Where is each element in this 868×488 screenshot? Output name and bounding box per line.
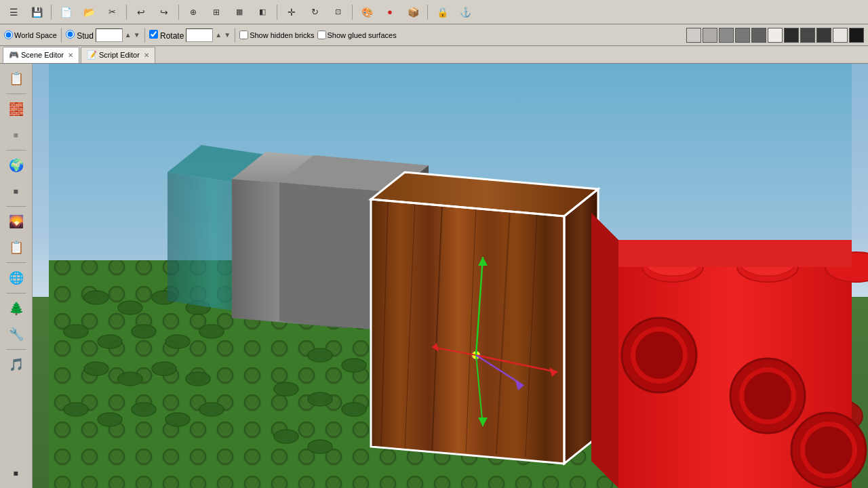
world-space-label[interactable]: World Space (4, 30, 57, 39)
cut-btn[interactable]: ✂ (101, 3, 123, 22)
rotate-tool-btn[interactable]: ↻ (304, 3, 326, 22)
rotate-down-arrow[interactable]: ▼ (224, 31, 231, 39)
lock-btn[interactable]: 🔒 (431, 3, 453, 22)
sidebar-forest-btn[interactable]: 🌲 (4, 296, 28, 321)
grid-tool-btn[interactable]: ⊞ (205, 3, 227, 22)
script-editor-tab-label: Script Editor (99, 51, 140, 59)
tab-script-editor[interactable]: 📝 Script Editor ✕ (81, 47, 155, 63)
sidebar-web-btn[interactable]: 🌐 (4, 266, 28, 290)
svg-point-20 (132, 403, 156, 416)
rotate-input[interactable]: 15 ° (186, 28, 213, 42)
swatch-off-white[interactable] (768, 28, 783, 43)
sidebar-music-btn[interactable]: 🎵 (4, 352, 28, 377)
show-glued-checkbox[interactable] (317, 30, 326, 39)
left-sidebar: 📋 🧱 ▪ 🌍 ▪ 🌄 📋 🌐 🌲 🔧 🎵 ▪ (0, 64, 33, 488)
select-tool-btn[interactable]: ⊕ (182, 3, 204, 22)
show-glued-label[interactable]: Show glued surfaces (317, 30, 397, 39)
scene-svg (33, 64, 868, 488)
move-tool-btn[interactable]: ✛ (281, 3, 302, 22)
svg-point-85 (805, 426, 852, 474)
scene-editor-icon: 🎮 (9, 50, 19, 60)
svg-point-19 (98, 413, 122, 426)
build-btn[interactable]: ◧ (252, 3, 273, 22)
new-btn[interactable]: 📄 (55, 3, 77, 22)
rotate-up-arrow[interactable]: ▲ (215, 31, 222, 39)
show-hidden-checkbox[interactable] (239, 30, 248, 39)
swatch-dark-1[interactable] (800, 28, 815, 43)
stud-radio[interactable] (66, 30, 75, 39)
sidebar-dark1-btn[interactable]: ▪ (4, 179, 28, 203)
viewport[interactable] (33, 64, 868, 488)
tsep2 (144, 28, 145, 43)
svg-point-33 (274, 382, 298, 396)
menu-bar: ☰ 💾 📄 📂 ✂ ↩ ↪ ⊕ ⊞ ▦ ◧ ✛ ↻ ⊡ 🎨 ● 📦 🔒 ⚓ (0, 0, 868, 24)
tab-scene-editor[interactable]: 🎮 Scene Editor ✕ (3, 47, 79, 63)
swatch-black[interactable] (849, 28, 864, 43)
material-btn[interactable]: ● (379, 3, 401, 22)
rotate-checkbox[interactable] (149, 30, 158, 39)
svg-point-9 (64, 325, 88, 338)
sidebar-sep5 (6, 293, 26, 293)
swatch-light-gray-2[interactable] (703, 28, 717, 43)
stud-down-arrow[interactable]: ▼ (134, 31, 140, 39)
scene-editor-tab-label: Scene Editor (21, 51, 64, 59)
sidebar-wrench-btn[interactable]: 🔧 (4, 322, 28, 346)
svg-point-12 (165, 335, 190, 348)
rotate-label-el: Rotate (149, 30, 184, 41)
swatch-gray[interactable] (735, 28, 750, 43)
redo-btn[interactable]: ↪ (153, 3, 175, 22)
coordinate-mode-group: World Space (4, 30, 57, 39)
sidebar-sep3 (6, 206, 26, 207)
stud-input[interactable]: 1 (96, 28, 123, 42)
show-glued-text: Show glued surfaces (328, 31, 397, 39)
save-btn[interactable]: 💾 (26, 3, 47, 22)
sidebar-sep2 (6, 150, 26, 150)
scale-tool-btn[interactable]: ⊡ (327, 3, 349, 22)
terrain-btn[interactable]: ▦ (229, 3, 250, 22)
swatch-dark-2[interactable] (816, 28, 831, 43)
world-space-radio[interactable] (4, 30, 13, 39)
script-editor-close[interactable]: ✕ (144, 52, 149, 59)
swatch-light-gray-1[interactable] (686, 28, 701, 43)
sidebar-landscape-btn[interactable]: 📋 (4, 235, 28, 260)
anchor-btn[interactable]: ⚓ (454, 3, 476, 22)
svg-point-34 (308, 392, 332, 406)
svg-point-11 (132, 325, 156, 338)
sidebar-sep6 (6, 349, 26, 350)
open-btn[interactable]: 📂 (78, 3, 100, 22)
world-space-text: World Space (14, 31, 57, 39)
swatch-almost-white[interactable] (833, 28, 848, 43)
stud-up-arrow[interactable]: ▲ (125, 31, 132, 39)
stud-label-el: Stud (66, 30, 94, 41)
sidebar-globe-btn[interactable]: 🌍 (4, 153, 28, 178)
sep1 (51, 5, 52, 20)
script-editor-icon: 📝 (87, 50, 97, 60)
stud-text: Stud (77, 31, 94, 41)
svg-point-37 (308, 440, 332, 453)
sep4 (277, 5, 277, 20)
swatch-medium-gray[interactable] (719, 28, 734, 43)
sidebar-explorer-btn[interactable]: 📋 (4, 66, 28, 91)
stud-group: Stud 1 ▲ ▼ (66, 28, 140, 42)
menu-toggle-btn[interactable]: ☰ (3, 3, 24, 22)
group-btn[interactable]: 📦 (402, 3, 424, 22)
svg-point-79 (635, 331, 683, 379)
svg-point-22 (199, 403, 224, 416)
svg-marker-87 (591, 213, 618, 488)
svg-point-21 (165, 413, 190, 426)
sep3 (178, 5, 179, 20)
toolbar: World Space Stud 1 ▲ ▼ Rotate 15 ° ▲ ▼ S… (0, 24, 868, 46)
undo-btn[interactable]: ↩ (130, 3, 152, 22)
svg-marker-86 (618, 240, 852, 267)
sidebar-terrain-btn[interactable]: 🌄 (4, 209, 28, 234)
paint-tool-btn[interactable]: 🎨 (356, 3, 378, 22)
scene-editor-close[interactable]: ✕ (68, 52, 73, 59)
sidebar-darkbottom-btn[interactable]: ▪ (4, 461, 28, 485)
swatch-dark-gray[interactable] (751, 28, 766, 43)
show-hidden-label[interactable]: Show hidden bricks (239, 30, 314, 39)
sidebar-brick-btn[interactable]: 🧱 (4, 97, 28, 121)
sidebar-gray1-btn[interactable]: ▪ (4, 123, 28, 147)
tsep3 (235, 28, 235, 43)
svg-point-6 (118, 301, 142, 314)
swatch-near-black[interactable] (784, 28, 799, 43)
